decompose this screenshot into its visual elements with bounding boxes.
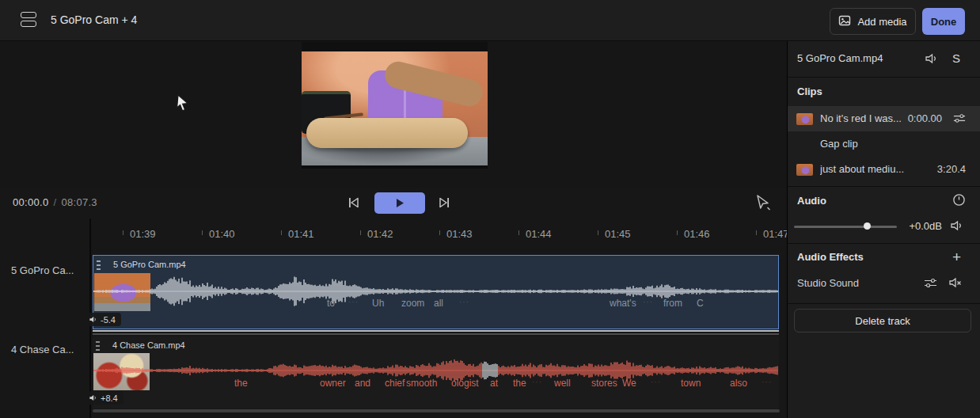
image-icon bbox=[838, 14, 851, 29]
effect-settings-icon[interactable] bbox=[924, 277, 937, 289]
mute-toggle-icon[interactable] bbox=[950, 219, 964, 232]
clip-row-time: 0:00.00 bbox=[908, 112, 942, 124]
track-header-gopro[interactable]: 5 GoPro Ca... bbox=[11, 264, 74, 276]
volume-slider-thumb[interactable] bbox=[864, 222, 871, 230]
effect-mute-icon[interactable] bbox=[948, 276, 963, 289]
ruler-tick bbox=[677, 230, 678, 235]
clip-row-label: just about mediu... bbox=[820, 163, 904, 175]
add-media-button[interactable]: Add media bbox=[830, 8, 916, 35]
ruler-tick bbox=[123, 230, 123, 235]
script-badge[interactable]: S bbox=[952, 51, 960, 65]
clips-list: No it's red I was...0:00.00Gap clipjust … bbox=[788, 106, 980, 182]
sidebar-track-name: 5 GoPro Cam.mp4 bbox=[797, 52, 883, 64]
ruler-time-label: 01:41 bbox=[288, 228, 314, 240]
ruler-tick bbox=[202, 230, 203, 235]
clip-row-label: Gap clip bbox=[820, 138, 858, 150]
delete-track-label: Delete track bbox=[855, 315, 910, 327]
volume-slider-track[interactable] bbox=[794, 226, 897, 228]
add-effect-button[interactable]: + bbox=[952, 249, 961, 264]
ruler-time-label: 01:44 bbox=[526, 228, 552, 240]
track-separator bbox=[93, 333, 779, 335]
track-header-chase[interactable]: 4 Chase Ca... bbox=[11, 344, 74, 355]
add-media-label: Add media bbox=[857, 16, 906, 28]
clips-section-header: Clips bbox=[797, 86, 822, 97]
ruler-time-label: 01:46 bbox=[684, 228, 710, 240]
ruler-tick bbox=[360, 230, 361, 235]
ruler-time-label: 01:40 bbox=[209, 228, 235, 240]
ruler-tick bbox=[518, 230, 519, 235]
sidebar-section-divider bbox=[788, 303, 980, 304]
clip-row-thumbnail bbox=[796, 164, 813, 176]
gain-badge-gopro[interactable]: -5.4 bbox=[85, 313, 121, 326]
ruler-time-label: 01:45 bbox=[605, 228, 631, 240]
done-button[interactable]: Done bbox=[922, 8, 965, 35]
clip-grip-icon[interactable] bbox=[97, 260, 101, 273]
ruler-time-label: 01:47 bbox=[763, 228, 787, 240]
clip-selection-rail bbox=[93, 330, 779, 332]
video-editor-app: 5 GoPro Cam + 4 Add media Done 00:00.0/0… bbox=[0, 0, 980, 418]
gain-value-chase: +8.4 bbox=[101, 393, 118, 403]
clip-row-time: 3:20.4 bbox=[937, 163, 966, 175]
ruler-time-label: 01:42 bbox=[367, 228, 393, 240]
gain-badge-chase[interactable]: +8.4 bbox=[85, 391, 123, 405]
clip-row-thumbnail bbox=[796, 113, 813, 125]
sidebar-divider bbox=[787, 41, 788, 418]
clip-row-label: No it's red I was... bbox=[820, 112, 902, 124]
track-volume-icon[interactable] bbox=[925, 52, 939, 65]
waveform-gopro bbox=[93, 274, 778, 309]
gain-value-gopro: -5.4 bbox=[101, 315, 116, 325]
delete-track-button[interactable]: Delete track bbox=[794, 309, 971, 332]
ruler-time-label: 01:43 bbox=[446, 228, 473, 240]
sidebar-section-divider bbox=[788, 243, 980, 244]
sidebar-section-divider bbox=[788, 77, 980, 78]
ruler-time-label: 01:39 bbox=[130, 228, 156, 240]
clip-gopro-label: 5 GoPro Cam.mp4 bbox=[113, 260, 186, 269]
speaker-icon bbox=[89, 315, 97, 324]
clip-chase-label: 4 Chase Cam.mp4 bbox=[112, 340, 185, 350]
audio-section-header: Audio bbox=[797, 195, 826, 207]
volume-gain-value: +0.0dB bbox=[901, 220, 942, 232]
ruler-tick bbox=[598, 230, 598, 235]
clip-row[interactable]: No it's red I was...0:00.00 bbox=[788, 106, 980, 131]
speaker-icon bbox=[89, 393, 97, 402]
ruler-tick bbox=[756, 230, 757, 235]
sidebar-section-divider bbox=[788, 186, 980, 187]
clip-row[interactable]: Gap clip bbox=[788, 131, 980, 157]
clip-settings-icon[interactable] bbox=[953, 112, 966, 127]
timeline-scrollbar[interactable] bbox=[93, 409, 780, 412]
timing-clock-icon[interactable] bbox=[952, 193, 966, 207]
audio-effects-header: Audio Effects bbox=[797, 251, 864, 263]
clip-grip-icon[interactable] bbox=[96, 341, 101, 354]
clip-row[interactable]: just about mediu...3:20.4 bbox=[788, 157, 980, 182]
effect-studio-sound[interactable]: Studio Sound bbox=[797, 277, 859, 289]
ruler-tick bbox=[439, 230, 440, 235]
waveform-chase bbox=[93, 353, 778, 388]
done-label: Done bbox=[931, 16, 957, 28]
ruler-tick bbox=[281, 230, 282, 235]
